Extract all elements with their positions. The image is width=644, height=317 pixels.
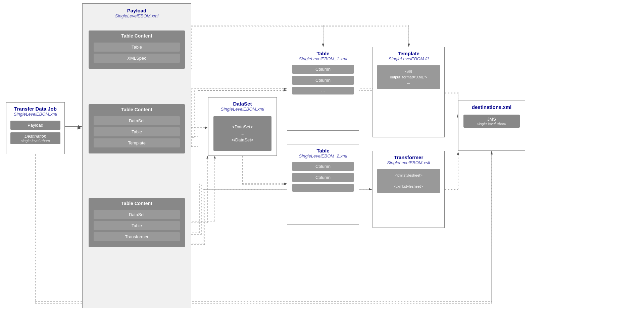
table1-ellipsis: ... [292, 87, 354, 94]
table1-box: Table SingleLevelEBOM_1.xml Column Colum… [287, 47, 359, 131]
tc1-label: Table Content [89, 30, 185, 41]
tc3-item-table[interactable]: Table [94, 221, 180, 230]
template-box: Template SingleLevelEBOM.ftl <#ftl outpu… [373, 47, 445, 137]
table-content-1: Table Content Table XMLSpec [89, 30, 185, 69]
svg-line-34 [191, 184, 286, 235]
table2-col1[interactable]: Column [292, 162, 354, 171]
payload-subtitle: SingleLevelEBOM.xml [85, 13, 188, 18]
template-subtitle: SingleLevelEBOM.ftl [376, 56, 442, 61]
payload-box: Payload SingleLevelEBOM.xml Table Conten… [82, 3, 191, 308]
transformer-subtitle: SingleLevelEBOM.xslt [376, 160, 442, 165]
transformer-content: <xml:stylesheet> ... </xml:stylesheet> [377, 169, 440, 193]
table2-ellipsis: ... [292, 184, 354, 192]
table2-title: Table [290, 148, 356, 153]
transfer-job-box: Transfer Data Job SingleLevelEBOM.xml Pa… [6, 102, 65, 154]
transformer-title: Transformer [376, 154, 442, 160]
tc2-item-dataset[interactable]: DataSet [94, 116, 180, 125]
transformer-line3: </xml:stylesheet> [394, 184, 423, 188]
dataset-line1: <DataSet> [232, 124, 253, 129]
transformer-line2: ... [407, 179, 410, 183]
template-content: <#ftl output_format="XML"> ... [377, 65, 440, 89]
transfer-payload-item[interactable]: Payload [10, 121, 60, 130]
template-title: Template [376, 51, 442, 56]
diagram-container: Transfer Data Job SingleLevelEBOM.xml Pa… [0, 0, 644, 317]
dataset-line3: </DataSet> [232, 137, 254, 142]
jms-label: JMS [467, 117, 516, 122]
dataset-line2: ... [241, 131, 244, 136]
tc1-item-table[interactable]: Table [94, 43, 180, 52]
destination-value: single-level-ebom [14, 139, 57, 143]
tc2-label: Table Content [89, 104, 185, 114]
jms-value: single-level-ebom [467, 122, 516, 126]
table1-title: Table [290, 51, 356, 56]
template-line1: <#ftl [405, 69, 412, 73]
transfer-destination-item[interactable]: Destination single-level-ebom [10, 132, 60, 144]
destinations-box: destinations.xml JMS single-level-ebom [458, 101, 525, 151]
table2-subtitle: SingleLevelEBOM_2.xml [290, 153, 356, 158]
table1-col1[interactable]: Column [292, 65, 354, 74]
destinations-title: destinations.xml [461, 104, 522, 110]
dataset-title: DataSet [211, 101, 274, 107]
dataset-content: <DataSet> ... </DataSet> [213, 116, 271, 151]
table1-subtitle: SingleLevelEBOM_1.xml [290, 56, 356, 61]
transformer-line1: <xml:stylesheet> [395, 173, 423, 177]
tc1-item-xmlspec[interactable]: XMLSpec [94, 54, 180, 63]
dataset-subtitle: SingleLevelEBOM.xml [211, 107, 274, 112]
transfer-job-subtitle: SingleLevelEBOM.xml [9, 112, 62, 117]
destination-label: Destination [14, 134, 57, 139]
template-line2: output_format="XML"> [390, 75, 427, 79]
template-line3: ... [407, 80, 410, 84]
tc2-item-template[interactable]: Template [94, 138, 180, 147]
dataset-box: DataSet SingleLevelEBOM.xml <DataSet> ..… [208, 97, 277, 156]
tc3-label: Table Content [89, 198, 185, 208]
table-content-2: Table Content DataSet Table Template [89, 104, 185, 153]
transfer-job-title: Transfer Data Job [9, 106, 62, 112]
destinations-jms-item[interactable]: JMS single-level-ebom [463, 115, 520, 128]
tc3-item-transformer[interactable]: Transformer [94, 232, 180, 241]
tc3-item-dataset[interactable]: DataSet [94, 210, 180, 219]
tc2-item-table[interactable]: Table [94, 127, 180, 136]
payload-title: Payload [85, 8, 188, 13]
transformer-box: Transformer SingleLevelEBOM.xslt <xml:st… [373, 151, 445, 228]
table2-col2[interactable]: Column [292, 173, 354, 182]
table-content-3: Table Content DataSet Table Transformer [89, 198, 185, 247]
table2-box: Table SingleLevelEBOM_2.xml Column Colum… [287, 144, 359, 225]
table1-col2[interactable]: Column [292, 76, 354, 85]
